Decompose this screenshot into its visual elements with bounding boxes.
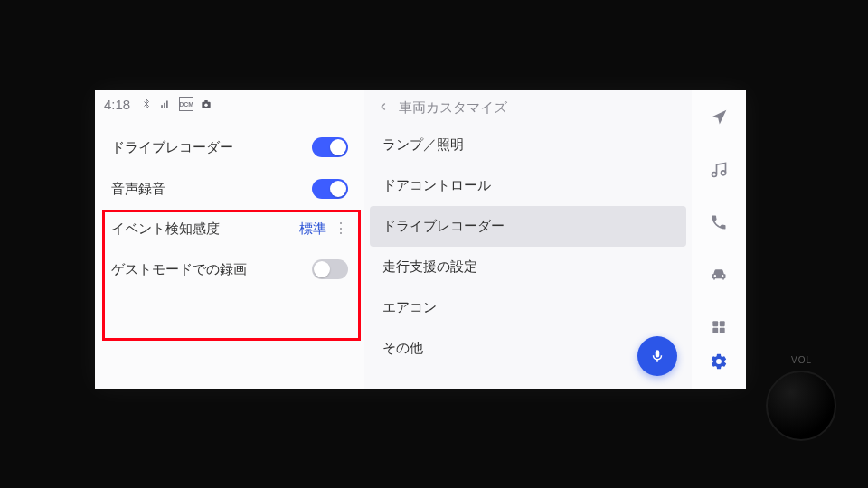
row-drive-recorder: ドライブレコーダー <box>95 127 364 168</box>
kebab-icon[interactable]: ⋮ <box>334 221 348 236</box>
svg-rect-9 <box>720 321 725 326</box>
nav-icon[interactable] <box>703 101 735 134</box>
settings-detail-panel: 4:18 DCM ドライブレコーダー <box>95 90 364 389</box>
row-label: ドライブレコーダー <box>111 139 312 156</box>
voice-button[interactable] <box>637 336 677 376</box>
volume-knob[interactable] <box>766 371 836 441</box>
music-icon[interactable] <box>703 154 735 186</box>
bluetooth-icon <box>139 97 154 111</box>
signal-icon <box>159 97 174 111</box>
category-title: 車両カスタマイズ <box>399 99 507 117</box>
row-guest-mode-record: ゲストモードでの録画 <box>95 249 364 290</box>
svg-point-7 <box>722 171 726 175</box>
svg-rect-1 <box>164 103 165 108</box>
sensitivity-value[interactable]: 標準 <box>299 221 326 236</box>
svg-rect-10 <box>712 328 718 333</box>
toggle-audio-record[interactable] <box>312 179 348 199</box>
status-bar: 4:18 DCM <box>95 90 364 117</box>
row-label: 音声録音 <box>111 181 312 198</box>
car-icon[interactable] <box>703 258 735 291</box>
svg-rect-5 <box>204 100 208 102</box>
toggle-guest-mode[interactable] <box>312 259 348 279</box>
row-label: ゲストモードでの録画 <box>111 261 312 278</box>
menu-item-aircon[interactable]: エアコン <box>364 287 692 328</box>
chevron-left-icon[interactable] <box>377 100 390 116</box>
menu-item-door[interactable]: ドアコントロール <box>364 165 692 206</box>
phone-icon[interactable] <box>703 206 735 239</box>
settings-rows: ドライブレコーダー 音声録音 イベント検知感度 標準 ⋮ <box>95 117 364 389</box>
row-audio-record: 音声録音 <box>95 168 364 210</box>
menu-item-driving-support[interactable]: 走行支援の設定 <box>364 247 692 287</box>
svg-point-4 <box>204 103 208 107</box>
toggle-drive-recorder[interactable] <box>312 137 348 157</box>
dcm-icon: DCM <box>179 97 193 111</box>
clock: 4:18 <box>104 97 130 112</box>
svg-rect-2 <box>166 101 168 108</box>
apps-icon[interactable] <box>703 311 735 343</box>
svg-rect-11 <box>720 328 725 333</box>
settings-icon[interactable] <box>703 345 735 378</box>
menu-item-drive-recorder[interactable]: ドライブレコーダー <box>370 206 686 247</box>
svg-rect-0 <box>161 105 163 108</box>
menu-item-lamp[interactable]: ランプ／照明 <box>364 125 692 165</box>
row-event-sensitivity[interactable]: イベント検知感度 標準 ⋮ <box>95 210 364 249</box>
volume-label: VOL <box>791 355 812 365</box>
svg-rect-8 <box>712 321 718 326</box>
screen: 4:18 DCM ドライブレコーダー <box>95 90 746 389</box>
category-header[interactable]: 車両カスタマイズ <box>364 90 692 125</box>
camera-icon <box>199 97 213 111</box>
category-list: ランプ／照明 ドアコントロール ドライブレコーダー 走行支援の設定 エアコン そ… <box>364 125 692 369</box>
device-bezel: { "status": { "clock": "4:18", "icons": … <box>0 0 868 488</box>
row-label: イベント検知感度 <box>111 221 299 238</box>
app-rail <box>692 90 746 389</box>
svg-point-6 <box>712 173 717 177</box>
